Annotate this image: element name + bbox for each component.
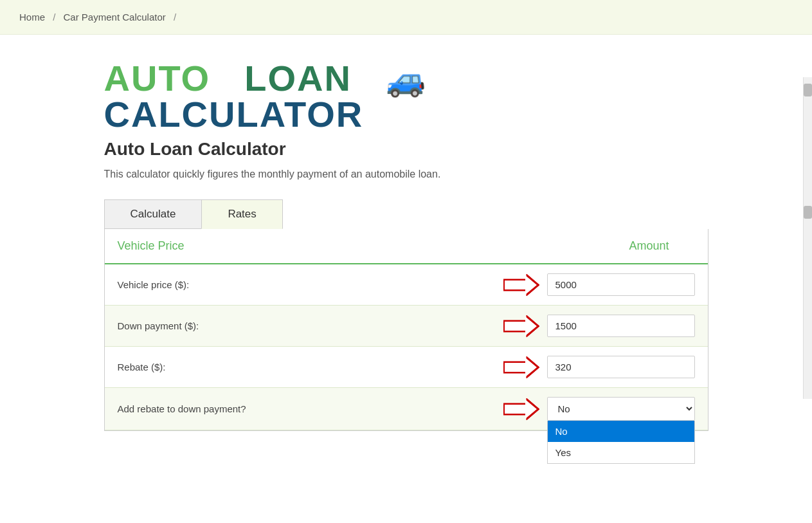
dropdown-option-yes[interactable]: Yes: [548, 442, 694, 463]
label-down-payment: Down payment ($):: [118, 320, 502, 331]
col-amount: Amount: [629, 239, 669, 253]
page-title: Auto Loan Calculator: [104, 139, 708, 160]
logo-car-emoji: 🚙: [386, 62, 427, 98]
svg-marker-5: [505, 358, 537, 377]
input-vehicle-price-wrapper: [547, 273, 695, 296]
label-rebate: Rebate ($):: [118, 362, 502, 372]
down-payment-input[interactable]: [547, 315, 695, 337]
dropdown-open: No Yes: [547, 421, 695, 464]
label-vehicle-price: Vehicle price ($):: [118, 279, 502, 290]
select-rebate-wrapper: No Yes No Yes: [547, 397, 695, 421]
row-down-payment: Down payment ($):: [105, 306, 708, 347]
row-vehicle-price: Vehicle price ($):: [105, 264, 708, 306]
arrow-vehicle-price: [502, 274, 541, 296]
breadcrumb-sep1: /: [53, 12, 55, 23]
breadcrumb-bar: Home / Car Payment Calculator /: [0, 0, 812, 35]
input-down-payment-wrapper: [547, 315, 695, 337]
rebate-select[interactable]: No Yes: [547, 397, 695, 421]
tab-calculate[interactable]: Calculate: [104, 199, 202, 229]
svg-marker-3: [505, 317, 537, 336]
row-add-rebate: Add rebate to down payment? No Yes No Ye…: [105, 388, 708, 430]
svg-marker-1: [505, 275, 537, 295]
rebate-input[interactable]: [547, 356, 695, 378]
arrow-down-payment: [502, 315, 541, 337]
input-rebate-wrapper: [547, 356, 695, 378]
main-content: AUTO LOAN 🚙 CALCULATOR Auto Loan Calcula…: [85, 35, 728, 470]
breadcrumb-current[interactable]: Car Payment Calculator: [64, 12, 166, 23]
vehicle-price-input[interactable]: [547, 273, 695, 296]
arrow-add-rebate: [502, 398, 541, 420]
logo: AUTO LOAN 🚙 CALCULATOR: [104, 60, 708, 133]
tabs: Calculate Rates: [104, 199, 708, 229]
label-add-rebate: Add rebate to down payment?: [118, 403, 502, 414]
scrollbar-thumb-top[interactable]: [804, 84, 812, 96]
row-rebate: Rebate ($):: [105, 347, 708, 388]
scrollbar-thumb-bottom[interactable]: [804, 206, 812, 219]
logo-area: AUTO LOAN 🚙 CALCULATOR: [104, 60, 708, 133]
scrollbar[interactable]: [803, 77, 812, 399]
logo-auto: AUTO: [104, 58, 211, 98]
logo-loan: LOAN: [244, 58, 352, 98]
svg-marker-7: [505, 399, 537, 419]
tab-rates[interactable]: Rates: [201, 199, 282, 229]
breadcrumb: Home / Car Payment Calculator /: [19, 12, 793, 23]
dropdown-option-no[interactable]: No: [548, 421, 694, 442]
col-vehicle-price: Vehicle Price: [118, 239, 185, 253]
arrow-rebate: [502, 356, 541, 378]
table-header: Vehicle Price Amount: [105, 229, 708, 264]
breadcrumb-sep2: /: [174, 12, 176, 23]
breadcrumb-home[interactable]: Home: [19, 12, 45, 23]
calculator-table: Vehicle Price Amount Vehicle price ($): …: [104, 229, 708, 431]
logo-calculator: CALCULATOR: [104, 94, 364, 134]
page-description: This calculator quickly figures the mont…: [104, 169, 708, 180]
